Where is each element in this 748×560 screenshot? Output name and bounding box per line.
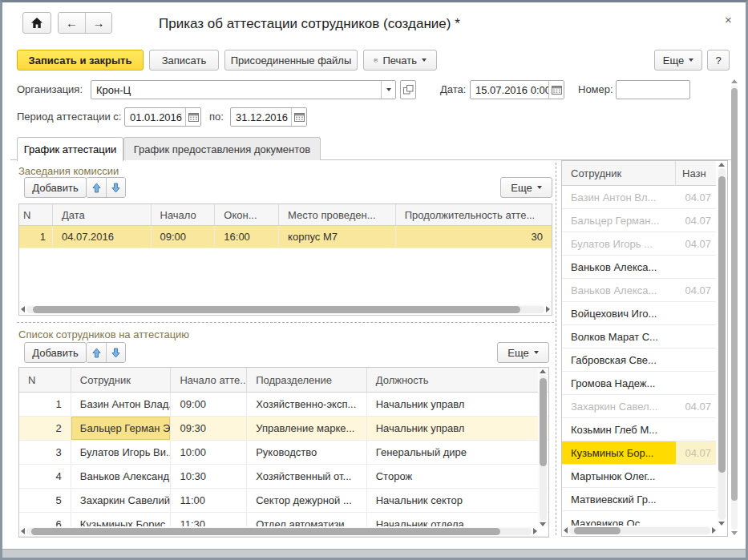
employees-more-button[interactable]: Еще <box>497 342 549 363</box>
close-button[interactable]: × <box>725 14 732 26</box>
employees-add-button[interactable]: Добавить <box>24 342 87 363</box>
forward-arrow-icon: → <box>93 16 105 30</box>
directory-row-partial[interactable]: Маховиков Ос... <box>562 511 716 526</box>
organization-field[interactable]: Крон-Ц <box>91 80 396 99</box>
sessions-hscrollbar[interactable] <box>21 304 550 314</box>
column-header[interactable]: Окон... <box>215 204 279 226</box>
directory-employee-name: Габровская Све... <box>562 348 676 371</box>
scroll-left-icon[interactable] <box>21 306 25 312</box>
scrollbar-thumb[interactable] <box>540 378 547 466</box>
horizontal-splitter[interactable] <box>17 322 554 323</box>
period-to-calendar-button[interactable] <box>291 108 306 126</box>
organization-open-button[interactable] <box>400 80 416 99</box>
scroll-down-icon[interactable] <box>731 531 738 535</box>
directory-row[interactable]: Ваньков Алекса...04.07 <box>562 279 716 302</box>
column-header[interactable]: Начало атте... <box>171 368 247 393</box>
forward-button[interactable]: → <box>85 13 111 33</box>
directory-row[interactable]: Габровская Све... <box>562 348 716 372</box>
scrollbar-thumb[interactable] <box>33 306 520 313</box>
nav-button-group: ← → <box>58 12 112 34</box>
save-and-close-button[interactable]: Записать и закрыть <box>17 50 144 71</box>
column-header[interactable]: Начало <box>152 204 216 226</box>
column-header[interactable]: Должность <box>367 368 548 393</box>
date-field[interactable]: 15.07.2016 0:00:00 <box>470 80 564 99</box>
column-header[interactable]: Подразделение <box>247 368 367 393</box>
table-row[interactable]: 1 04.07.2016 09:00 16:00 корпус М7 30 <box>19 226 552 248</box>
scroll-up-icon[interactable] <box>718 163 725 167</box>
directory-row[interactable]: Бальцер Герман...04.07 <box>562 209 716 232</box>
directory-row[interactable]: Матвиевский Гр... <box>562 488 716 511</box>
scroll-up-icon[interactable] <box>731 79 738 83</box>
period-from-field[interactable]: 01.01.2016 <box>124 107 201 127</box>
directory-row[interactable]: Базин Антон Вл...04.07 <box>562 186 716 209</box>
employees-hscrollbar[interactable] <box>21 526 537 536</box>
employees-vscrollbar[interactable] <box>538 369 548 526</box>
help-button[interactable]: ? <box>707 50 730 71</box>
open-form-icon <box>403 85 414 95</box>
directory-row[interactable]: Захаркин Савел...04.07 <box>562 395 716 418</box>
sessions-move-up-button[interactable] <box>87 178 106 197</box>
sessions-move-down-button[interactable] <box>106 178 125 197</box>
directory-row-selected[interactable]: Кузьминых Бор...04.07 <box>562 441 716 465</box>
directory-assigned-date: 04.07 <box>676 232 716 255</box>
date-calendar-button[interactable] <box>548 81 564 99</box>
employees-move-up-button[interactable] <box>87 343 106 362</box>
sessions-add-button[interactable]: Добавить <box>24 177 87 198</box>
directory-row[interactable]: Войцехович Иго... <box>562 302 716 325</box>
column-header[interactable]: N <box>19 368 71 393</box>
tab-attestation-schedule[interactable]: График аттестации <box>17 137 123 161</box>
table-row[interactable]: 5 Захаркин Савелий... 11:00 Сектор дежур… <box>19 489 548 513</box>
column-header[interactable]: Сотрудник <box>71 368 172 393</box>
scrollbar-thumb[interactable] <box>31 528 500 535</box>
directory-row[interactable]: Волков Марат С... <box>562 325 716 348</box>
period-from-calendar-button[interactable] <box>185 108 200 126</box>
employees-move-down-button[interactable] <box>106 343 125 362</box>
column-header[interactable]: N <box>19 204 53 226</box>
scrollbar-thumb[interactable] <box>731 88 738 501</box>
scroll-right-icon[interactable] <box>712 527 716 534</box>
directory-employee-name: Козьмин Глеб М... <box>562 418 676 441</box>
directory-row[interactable]: Булатов Игорь ...04.07 <box>562 232 716 256</box>
cell-start: 09:00 <box>171 393 247 416</box>
directory-employee-name: Матвиевский Гр... <box>562 488 676 510</box>
table-row[interactable]: 4 Ваньков Александ... 10:30 Хозяйственны… <box>19 465 548 489</box>
directory-employee-name: Ваньков Алекса... <box>562 279 676 301</box>
tab-documents-schedule[interactable]: График предоставления документов <box>123 137 321 160</box>
column-header[interactable]: Дата <box>53 204 152 226</box>
directory-row[interactable]: Громова Надеж... <box>562 372 716 395</box>
directory-row[interactable]: Ваньков Алекса... <box>562 256 716 279</box>
more-button-top[interactable]: Еще <box>654 50 702 71</box>
scroll-down-icon[interactable] <box>718 522 725 526</box>
form-vscrollbar[interactable] <box>730 79 738 535</box>
table-row[interactable]: 3 Булатов Игорь Ви... 10:00 Руководство … <box>19 441 548 465</box>
vertical-splitter[interactable] <box>556 163 556 535</box>
number-field[interactable] <box>616 80 690 99</box>
home-button[interactable] <box>22 12 51 34</box>
directory-vscrollbar[interactable] <box>717 163 726 526</box>
column-header[interactable]: Сотрудник <box>562 161 676 186</box>
scroll-left-icon[interactable] <box>564 527 568 534</box>
period-to-field[interactable]: 31.12.2016 <box>230 107 307 127</box>
save-button[interactable]: Записать <box>149 50 219 71</box>
cell-department: Хозяйственно-эксп... <box>247 393 367 416</box>
column-header[interactable]: Место проведен... <box>279 204 396 226</box>
scroll-left-icon[interactable] <box>21 528 25 534</box>
scroll-up-icon[interactable] <box>540 369 546 373</box>
table-row-selected[interactable]: 2 Бальцер Герман Э... 09:30 Управление м… <box>19 417 548 441</box>
scroll-right-icon[interactable] <box>546 306 550 312</box>
scroll-right-icon[interactable] <box>533 528 537 534</box>
column-header[interactable]: Продолжительность атте... <box>396 204 552 226</box>
back-button[interactable]: ← <box>59 13 85 33</box>
scrollbar-thumb[interactable] <box>574 527 621 534</box>
directory-row[interactable]: Мартынюк Олег... <box>562 465 716 488</box>
sessions-more-button[interactable]: Еще <box>500 177 552 198</box>
scrollbar-thumb[interactable] <box>718 176 726 473</box>
directory-row[interactable]: Козьмин Глеб М... <box>562 418 716 441</box>
print-button[interactable]: Печать <box>363 50 437 71</box>
organization-dropdown-button[interactable] <box>381 81 395 99</box>
directory-hscrollbar[interactable] <box>564 526 716 535</box>
scroll-down-icon[interactable] <box>540 522 546 526</box>
attached-files-button[interactable]: Присоединенные файлы <box>224 50 358 71</box>
column-header[interactable]: Назн <box>676 161 716 186</box>
table-row[interactable]: 1 Базин Антон Влад... 09:00 Хозяйственно… <box>19 393 548 417</box>
